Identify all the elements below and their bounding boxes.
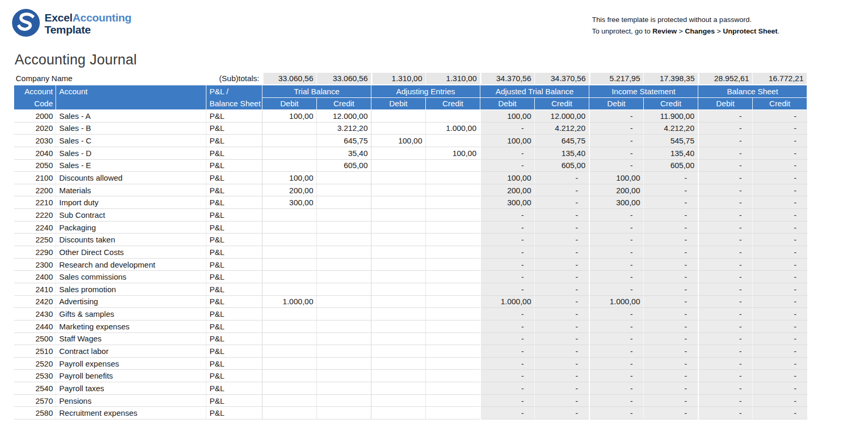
- value-cell[interactable]: -: [535, 345, 589, 358]
- value-cell[interactable]: -: [535, 295, 589, 308]
- value-cell[interactable]: 200,00: [589, 184, 644, 196]
- pl-bs-cell[interactable]: P&L: [206, 295, 262, 308]
- value-cell[interactable]: -: [753, 333, 807, 345]
- value-cell[interactable]: -: [753, 258, 807, 271]
- account-name-cell[interactable]: Sales - A: [56, 110, 206, 123]
- value-cell[interactable]: -: [589, 122, 644, 135]
- value-cell[interactable]: -: [698, 172, 753, 184]
- value-cell[interactable]: -: [480, 382, 535, 395]
- value-cell[interactable]: -: [644, 209, 698, 222]
- account-code-cell[interactable]: 2210: [14, 196, 56, 209]
- value-cell[interactable]: 135,40: [644, 147, 698, 159]
- value-cell[interactable]: [317, 407, 371, 419]
- value-cell[interactable]: -: [644, 394, 698, 407]
- pl-bs-cell[interactable]: P&L: [206, 184, 262, 196]
- value-cell[interactable]: 300,00: [262, 196, 317, 209]
- value-cell[interactable]: [371, 258, 426, 271]
- value-cell[interactable]: [317, 184, 371, 196]
- company-name-cell[interactable]: Company Name: [14, 74, 72, 83]
- value-cell[interactable]: -: [644, 221, 698, 234]
- value-cell[interactable]: -: [698, 295, 753, 308]
- subtotal-cell[interactable]: 34.370,56: [534, 73, 589, 84]
- value-cell[interactable]: -: [644, 407, 698, 419]
- value-cell[interactable]: [317, 221, 371, 234]
- account-name-cell[interactable]: Contract labor: [56, 345, 206, 358]
- value-cell[interactable]: -: [644, 258, 698, 271]
- value-cell[interactable]: -: [480, 221, 535, 234]
- value-cell[interactable]: -: [480, 209, 535, 222]
- account-code-cell[interactable]: 2410: [14, 283, 56, 295]
- value-cell[interactable]: [262, 345, 317, 358]
- pl-bs-cell[interactable]: P&L: [206, 271, 262, 283]
- value-cell[interactable]: -: [480, 283, 535, 295]
- account-name-cell[interactable]: Sales - C: [56, 135, 206, 147]
- value-cell[interactable]: -: [589, 246, 644, 259]
- value-cell[interactable]: -: [480, 234, 535, 246]
- subtotal-cell[interactable]: 17.398,35: [643, 73, 698, 84]
- account-code-cell[interactable]: 2040: [14, 147, 56, 159]
- value-cell[interactable]: [317, 345, 371, 358]
- value-cell[interactable]: -: [589, 135, 644, 147]
- value-cell[interactable]: -: [698, 271, 753, 283]
- value-cell[interactable]: [317, 308, 371, 320]
- account-code-cell[interactable]: 2220: [14, 209, 56, 222]
- value-cell[interactable]: [371, 172, 426, 184]
- value-cell[interactable]: -: [480, 345, 535, 358]
- value-cell[interactable]: -: [753, 184, 807, 196]
- account-name-cell[interactable]: Sales - B: [56, 122, 206, 135]
- value-cell[interactable]: 100,00: [480, 172, 535, 184]
- value-cell[interactable]: [262, 320, 317, 333]
- value-cell[interactable]: -: [535, 271, 589, 283]
- account-code-cell[interactable]: 2440: [14, 320, 56, 333]
- value-cell[interactable]: 1.000,00: [426, 122, 480, 135]
- value-cell[interactable]: -: [589, 283, 644, 295]
- value-cell[interactable]: -: [480, 147, 535, 159]
- pl-bs-cell[interactable]: P&L: [206, 234, 262, 246]
- value-cell[interactable]: -: [753, 135, 807, 147]
- value-cell[interactable]: -: [698, 196, 753, 209]
- value-cell[interactable]: 100,00: [262, 172, 317, 184]
- value-cell[interactable]: [262, 147, 317, 159]
- value-cell[interactable]: -: [535, 333, 589, 345]
- pl-bs-cell[interactable]: P&L: [206, 196, 262, 209]
- subtotal-cell[interactable]: 1.310,00: [425, 73, 480, 84]
- value-cell[interactable]: -: [589, 271, 644, 283]
- value-cell[interactable]: -: [589, 357, 644, 370]
- value-cell[interactable]: [371, 209, 426, 222]
- value-cell[interactable]: -: [753, 394, 807, 407]
- value-cell[interactable]: -: [698, 370, 753, 382]
- value-cell[interactable]: 100,00: [480, 110, 535, 123]
- value-cell[interactable]: [371, 394, 426, 407]
- value-cell[interactable]: -: [698, 333, 753, 345]
- value-cell[interactable]: [262, 209, 317, 222]
- value-cell[interactable]: -: [753, 283, 807, 295]
- value-cell[interactable]: [426, 308, 480, 320]
- pl-bs-cell[interactable]: P&L: [206, 221, 262, 234]
- value-cell[interactable]: 11.900,00: [644, 110, 698, 123]
- value-cell[interactable]: [262, 382, 317, 395]
- value-cell[interactable]: -: [589, 308, 644, 320]
- value-cell[interactable]: 645,75: [317, 135, 371, 147]
- value-cell[interactable]: [317, 172, 371, 184]
- subtotal-cell[interactable]: 33.060,56: [316, 73, 371, 84]
- pl-bs-cell[interactable]: P&L: [206, 258, 262, 271]
- value-cell[interactable]: -: [753, 308, 807, 320]
- value-cell[interactable]: -: [644, 283, 698, 295]
- value-cell[interactable]: [317, 333, 371, 345]
- value-cell[interactable]: -: [753, 370, 807, 382]
- value-cell[interactable]: 4.212,20: [644, 122, 698, 135]
- value-cell[interactable]: -: [480, 271, 535, 283]
- account-name-cell[interactable]: Sales commissions: [56, 271, 206, 283]
- value-cell[interactable]: -: [698, 308, 753, 320]
- value-cell[interactable]: -: [589, 382, 644, 395]
- value-cell[interactable]: -: [644, 295, 698, 308]
- pl-bs-cell[interactable]: P&L: [206, 394, 262, 407]
- value-cell[interactable]: [371, 407, 426, 419]
- value-cell[interactable]: [371, 370, 426, 382]
- account-code-cell[interactable]: 2540: [14, 382, 56, 395]
- value-cell[interactable]: [371, 382, 426, 395]
- value-cell[interactable]: 100,00: [480, 135, 535, 147]
- value-cell[interactable]: 100,00: [589, 172, 644, 184]
- account-code-cell[interactable]: 2420: [14, 295, 56, 308]
- value-cell[interactable]: [317, 357, 371, 370]
